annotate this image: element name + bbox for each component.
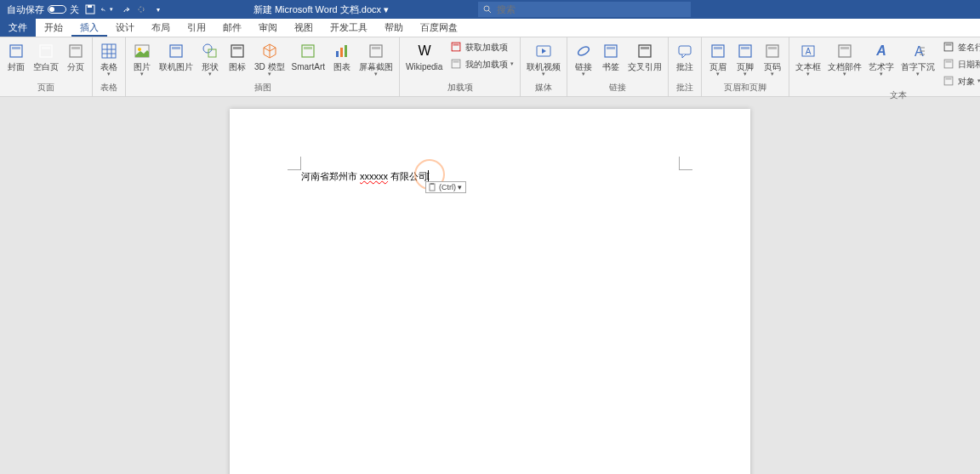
ribbon-group-label: 链接 xyxy=(571,82,664,94)
search-input[interactable] xyxy=(497,4,686,14)
ribbon-shapes[interactable]: 形状▾ xyxy=(197,39,223,82)
ribbon-label: SmartArt xyxy=(292,62,325,71)
ribbon-signature[interactable]: 签名行▾ xyxy=(939,39,980,55)
text-run: 有限公司 xyxy=(388,171,428,181)
menu-tabs: 文件开始插入设计布局引用邮件审阅视图开发工具帮助百度网盘 xyxy=(0,19,980,37)
dropdown-arrow-icon: ▾ xyxy=(716,71,720,77)
ribbon-cross-ref[interactable]: 交叉引用 xyxy=(625,39,664,82)
ribbon-online-video[interactable]: 联机视频▾ xyxy=(524,39,563,82)
ribbon-label: 我的加载项 xyxy=(465,60,508,69)
svg-text:A: A xyxy=(806,47,812,56)
svg-rect-19 xyxy=(172,47,180,49)
tab-设计[interactable]: 设计 xyxy=(107,19,143,37)
undo-icon[interactable]: ▾ xyxy=(101,3,113,15)
svg-rect-11 xyxy=(102,44,116,58)
ribbon-page-number[interactable]: 页码▾ xyxy=(760,39,785,82)
sync-icon[interactable] xyxy=(135,3,147,15)
tab-百度网盘[interactable]: 百度网盘 xyxy=(412,19,466,37)
ribbon-date-time[interactable]: 日期和时间 xyxy=(939,56,980,72)
document-title: 新建 Microsoft Word 文档.docx ▾ xyxy=(164,3,478,16)
autosave-label: 自动保存 xyxy=(7,3,44,16)
tab-布局[interactable]: 布局 xyxy=(143,19,179,37)
search-box[interactable] xyxy=(478,2,691,17)
smartart-icon xyxy=(298,41,318,61)
spelling-error[interactable]: xxxxxx xyxy=(360,171,388,181)
ribbon-link[interactable]: 链接▾ xyxy=(571,39,596,82)
margin-corner-icon xyxy=(288,157,301,170)
ribbon-group-页面: 封面空白页分页页面 xyxy=(0,37,93,96)
header-icon xyxy=(708,41,728,61)
ribbon-blank-page[interactable]: 空白页 xyxy=(31,39,61,82)
svg-text:W: W xyxy=(418,43,431,58)
ribbon-icons[interactable]: 图标 xyxy=(225,39,250,82)
ribbon-label: 空白页 xyxy=(33,62,59,71)
svg-rect-35 xyxy=(453,61,459,63)
wordart-icon: A xyxy=(871,41,892,61)
dropdown-arrow-icon: ▾ xyxy=(208,71,212,77)
page-break-icon xyxy=(66,41,86,61)
ribbon-comment[interactable]: 批注 xyxy=(672,39,698,82)
ribbon-label: 交叉引用 xyxy=(628,62,662,71)
ribbon-cover-page[interactable]: 封面 xyxy=(3,39,29,82)
ribbon-3d-model[interactable]: 3D 模型▾ xyxy=(252,39,288,82)
tab-邮件[interactable]: 邮件 xyxy=(214,19,250,37)
ribbon-label: 图表 xyxy=(333,62,350,71)
ribbon-label: 封面 xyxy=(8,62,25,71)
ribbon-label: 获取加载项 xyxy=(465,43,508,52)
tab-视图[interactable]: 视图 xyxy=(286,19,322,37)
ribbon-label: 分页 xyxy=(67,62,84,71)
tab-开始[interactable]: 开始 xyxy=(36,19,71,37)
screenshot-icon xyxy=(366,41,386,61)
ribbon-chart[interactable]: 图表 xyxy=(329,39,355,82)
title-bar: 自动保存 关 ▾ ▾ 新建 Microsoft Word 文档.docx ▾ xyxy=(0,0,980,19)
tab-开发工具[interactable]: 开发工具 xyxy=(322,19,376,37)
ribbon-header[interactable]: 页眉▾ xyxy=(705,39,731,82)
qat-dropdown-icon[interactable]: ▾ xyxy=(152,3,164,15)
ribbon-footer[interactable]: 页脚▾ xyxy=(732,39,758,82)
ribbon-smartart[interactable]: SmartArt xyxy=(289,39,328,82)
ribbon-screenshot[interactable]: 屏幕截图▾ xyxy=(356,39,396,82)
svg-rect-25 xyxy=(304,47,312,49)
svg-rect-48 xyxy=(768,47,777,49)
svg-point-20 xyxy=(203,44,212,53)
svg-rect-68 xyxy=(430,183,434,185)
ribbon-label: Wikipedia xyxy=(406,62,442,71)
ribbon-quick-parts[interactable]: 文档部件▾ xyxy=(825,39,864,89)
save-icon[interactable] xyxy=(84,3,96,15)
document-body[interactable]: 河南省郑州市 xxxxxx 有限公司 I (Ctrl) ▾ xyxy=(301,170,679,183)
ribbon-wikipedia[interactable]: WWikipedia xyxy=(403,39,445,82)
svg-rect-59 xyxy=(946,44,952,46)
ribbon-drop-cap[interactable]: A首字下沉▾ xyxy=(898,39,937,89)
ribbon-object[interactable]: 对象▾ xyxy=(939,73,980,89)
tab-审阅[interactable]: 审阅 xyxy=(250,19,286,37)
dropdown-arrow-icon: ▾ xyxy=(140,71,144,77)
ribbon-online-pictures[interactable]: 联机图片 xyxy=(157,39,196,82)
tab-文件[interactable]: 文件 xyxy=(0,19,36,37)
tab-帮助[interactable]: 帮助 xyxy=(376,19,412,37)
chart-icon xyxy=(332,41,352,61)
tab-插入[interactable]: 插入 xyxy=(71,19,107,37)
ribbon-textbox[interactable]: A文本框▾ xyxy=(793,39,823,89)
tab-引用[interactable]: 引用 xyxy=(179,19,214,37)
document-page[interactable]: 河南省郑州市 xxxxxx 有限公司 I (Ctrl) ▾ xyxy=(230,109,750,474)
dropdown-arrow-icon: ▾ xyxy=(510,60,514,67)
autosave-toggle[interactable]: 自动保存 关 xyxy=(7,3,79,16)
ribbon-pictures[interactable]: 图片▾ xyxy=(129,39,155,82)
paste-options-button[interactable]: (Ctrl) ▾ xyxy=(425,181,466,193)
clipboard-icon xyxy=(429,183,437,191)
redo-icon[interactable] xyxy=(118,3,130,15)
ribbon-store[interactable]: 获取加载项 xyxy=(447,39,516,55)
ribbon-wordart[interactable]: A艺术字▾ xyxy=(866,39,897,89)
search-icon xyxy=(483,5,492,14)
svg-point-17 xyxy=(138,48,141,51)
ribbon-group-label: 插图 xyxy=(129,82,396,94)
3d-model-icon xyxy=(259,41,280,61)
ribbon-table[interactable]: 表格▾ xyxy=(96,39,122,82)
dropdown-arrow-icon: ▾ xyxy=(806,71,810,77)
svg-rect-52 xyxy=(840,47,849,49)
ribbon-my-addins[interactable]: 我的加载项▾ xyxy=(447,56,516,72)
ribbon-bookmark[interactable]: 书签 xyxy=(598,39,624,82)
ribbon-label: 签名行 xyxy=(958,43,980,52)
svg-rect-63 xyxy=(946,78,952,80)
ribbon-page-break[interactable]: 分页 xyxy=(63,39,88,82)
